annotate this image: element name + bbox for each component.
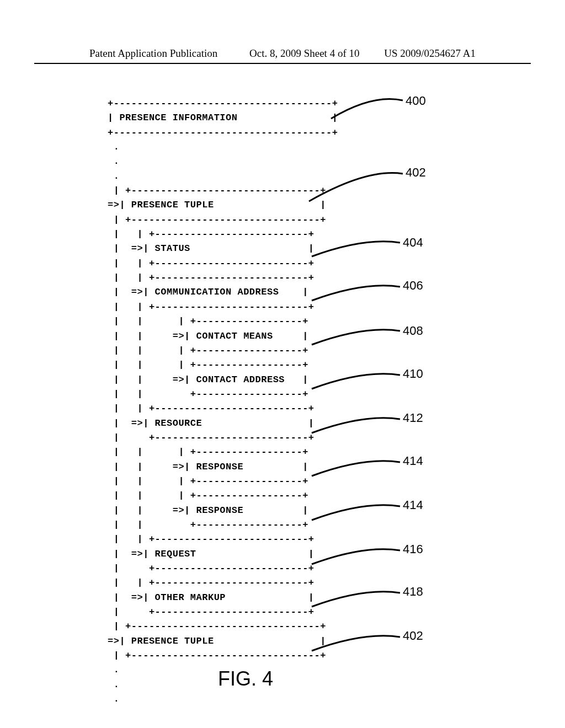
callout-410: 410 xyxy=(403,367,423,381)
header-left: Patent Application Publication xyxy=(89,47,217,60)
ascii-diagram: +-------------------------------------+ … xyxy=(108,97,494,706)
page-header: Patent Application Publication Oct. 8, 2… xyxy=(34,47,531,64)
callout-416: 416 xyxy=(403,542,423,556)
callout-402a: 402 xyxy=(406,165,426,180)
callout-414a: 414 xyxy=(403,454,423,468)
callout-400: 400 xyxy=(406,94,426,108)
header-right: US 2009/0254627 A1 xyxy=(384,47,476,60)
callout-414b: 414 xyxy=(403,498,423,512)
callout-406: 406 xyxy=(403,279,423,293)
figure-label: FIG. 4 xyxy=(218,667,273,690)
callout-408: 408 xyxy=(403,324,423,338)
callout-402b: 402 xyxy=(403,629,423,643)
callout-418: 418 xyxy=(403,585,423,599)
callout-412: 412 xyxy=(403,411,423,425)
header-center: Oct. 8, 2009 Sheet 4 of 10 xyxy=(249,47,359,60)
callout-404: 404 xyxy=(403,235,423,250)
